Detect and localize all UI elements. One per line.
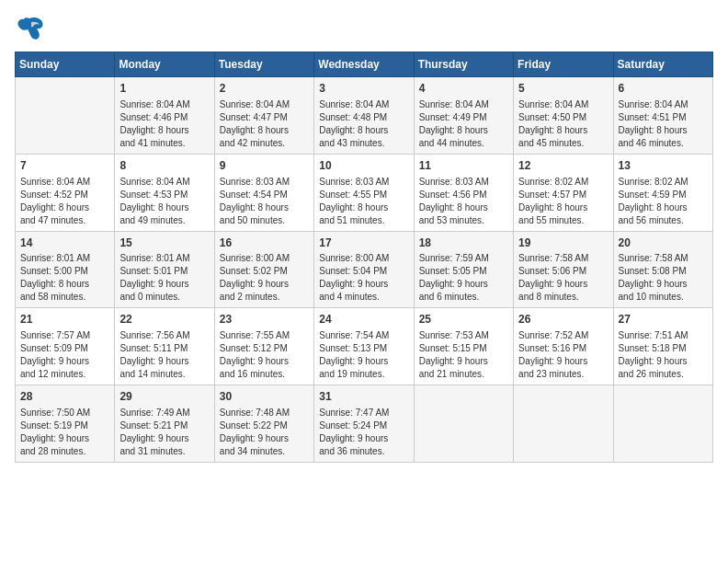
day-number: 6 bbox=[619, 81, 708, 97]
day-number: 18 bbox=[419, 236, 508, 251]
day-info: Sunrise: 7:54 AMSunset: 5:13 PMDaylight:… bbox=[319, 329, 408, 381]
calendar-week-row: 28Sunrise: 7:50 AMSunset: 5:19 PMDayligh… bbox=[16, 385, 713, 463]
calendar-cell bbox=[16, 77, 115, 155]
day-number: 25 bbox=[419, 312, 508, 327]
calendar-header: SundayMondayTuesdayWednesdayThursdayFrid… bbox=[16, 52, 713, 77]
day-info: Sunrise: 8:01 AMSunset: 5:01 PMDaylight:… bbox=[119, 252, 209, 304]
day-number: 9 bbox=[220, 158, 309, 174]
calendar-cell: 14Sunrise: 8:01 AMSunset: 5:00 PMDayligh… bbox=[16, 231, 115, 308]
day-info: Sunrise: 8:01 AMSunset: 5:00 PMDaylight:… bbox=[20, 252, 109, 304]
day-number: 22 bbox=[119, 312, 209, 327]
calendar-cell: 22Sunrise: 7:56 AMSunset: 5:11 PMDayligh… bbox=[115, 308, 214, 385]
day-info: Sunrise: 7:59 AMSunset: 5:05 PMDaylight:… bbox=[419, 252, 508, 304]
calendar-cell: 30Sunrise: 7:48 AMSunset: 5:22 PMDayligh… bbox=[214, 385, 313, 463]
calendar-cell: 24Sunrise: 7:54 AMSunset: 5:13 PMDayligh… bbox=[314, 308, 414, 385]
calendar-cell: 23Sunrise: 7:55 AMSunset: 5:12 PMDayligh… bbox=[214, 308, 313, 385]
day-number: 4 bbox=[419, 81, 508, 97]
day-number: 21 bbox=[20, 312, 109, 327]
weekday-header-friday: Friday bbox=[514, 52, 613, 77]
calendar-cell: 3Sunrise: 8:04 AMSunset: 4:48 PMDaylight… bbox=[314, 77, 414, 155]
calendar-cell: 13Sunrise: 8:02 AMSunset: 4:59 PMDayligh… bbox=[613, 154, 712, 231]
day-info: Sunrise: 8:04 AMSunset: 4:48 PMDaylight:… bbox=[319, 98, 408, 150]
day-info: Sunrise: 8:02 AMSunset: 4:59 PMDaylight:… bbox=[619, 176, 708, 227]
day-number: 13 bbox=[619, 158, 708, 174]
day-info: Sunrise: 8:00 AMSunset: 5:04 PMDaylight:… bbox=[319, 252, 408, 304]
day-info: Sunrise: 8:03 AMSunset: 4:56 PMDaylight:… bbox=[419, 176, 508, 227]
day-info: Sunrise: 7:56 AMSunset: 5:11 PMDaylight:… bbox=[119, 329, 209, 381]
weekday-header-monday: Monday bbox=[115, 52, 214, 77]
page-header bbox=[15, 15, 713, 40]
weekday-header-wednesday: Wednesday bbox=[314, 52, 414, 77]
day-info: Sunrise: 7:50 AMSunset: 5:19 PMDaylight:… bbox=[20, 407, 109, 458]
day-number: 14 bbox=[20, 236, 109, 251]
day-number: 12 bbox=[518, 158, 608, 174]
calendar-table: SundayMondayTuesdayWednesdayThursdayFrid… bbox=[15, 52, 713, 463]
day-info: Sunrise: 8:04 AMSunset: 4:52 PMDaylight:… bbox=[20, 176, 109, 227]
weekday-header-row: SundayMondayTuesdayWednesdayThursdayFrid… bbox=[16, 52, 713, 77]
day-number: 20 bbox=[619, 236, 708, 251]
day-number: 2 bbox=[220, 81, 309, 97]
day-info: Sunrise: 8:02 AMSunset: 4:57 PMDaylight:… bbox=[518, 176, 608, 227]
weekday-header-tuesday: Tuesday bbox=[214, 52, 313, 77]
day-number: 27 bbox=[619, 312, 708, 327]
weekday-header-saturday: Saturday bbox=[613, 52, 712, 77]
day-info: Sunrise: 7:58 AMSunset: 5:06 PMDaylight:… bbox=[518, 252, 608, 304]
day-info: Sunrise: 8:04 AMSunset: 4:50 PMDaylight:… bbox=[518, 98, 608, 150]
calendar-cell bbox=[414, 385, 513, 463]
calendar-cell: 7Sunrise: 8:04 AMSunset: 4:52 PMDaylight… bbox=[16, 154, 115, 231]
calendar-cell: 2Sunrise: 8:04 AMSunset: 4:47 PMDaylight… bbox=[214, 77, 313, 155]
day-number: 7 bbox=[20, 158, 109, 174]
day-info: Sunrise: 7:51 AMSunset: 5:18 PMDaylight:… bbox=[619, 329, 708, 381]
day-number: 5 bbox=[518, 81, 608, 97]
day-number: 24 bbox=[319, 312, 408, 327]
day-info: Sunrise: 8:04 AMSunset: 4:53 PMDaylight:… bbox=[119, 176, 209, 227]
calendar-week-row: 7Sunrise: 8:04 AMSunset: 4:52 PMDaylight… bbox=[16, 154, 713, 231]
calendar-cell: 10Sunrise: 8:03 AMSunset: 4:55 PMDayligh… bbox=[314, 154, 414, 231]
day-info: Sunrise: 7:48 AMSunset: 5:22 PMDaylight:… bbox=[220, 407, 309, 458]
weekday-header-thursday: Thursday bbox=[414, 52, 513, 77]
calendar-cell: 18Sunrise: 7:59 AMSunset: 5:05 PMDayligh… bbox=[414, 231, 513, 308]
calendar-cell bbox=[613, 385, 712, 463]
day-number: 15 bbox=[119, 236, 209, 251]
calendar-cell: 26Sunrise: 7:52 AMSunset: 5:16 PMDayligh… bbox=[514, 308, 613, 385]
day-info: Sunrise: 8:04 AMSunset: 4:47 PMDaylight:… bbox=[220, 98, 309, 150]
calendar-body: 1Sunrise: 8:04 AMSunset: 4:46 PMDaylight… bbox=[16, 77, 713, 463]
weekday-header-sunday: Sunday bbox=[16, 52, 115, 77]
calendar-week-row: 1Sunrise: 8:04 AMSunset: 4:46 PMDaylight… bbox=[16, 77, 713, 155]
day-info: Sunrise: 8:03 AMSunset: 4:54 PMDaylight:… bbox=[220, 176, 309, 227]
calendar-cell: 8Sunrise: 8:04 AMSunset: 4:53 PMDaylight… bbox=[115, 154, 214, 231]
calendar-cell: 31Sunrise: 7:47 AMSunset: 5:24 PMDayligh… bbox=[314, 385, 414, 463]
logo-icon bbox=[15, 15, 44, 40]
day-info: Sunrise: 7:57 AMSunset: 5:09 PMDaylight:… bbox=[20, 329, 109, 381]
day-number: 23 bbox=[220, 312, 309, 327]
day-number: 26 bbox=[518, 312, 608, 327]
day-info: Sunrise: 7:49 AMSunset: 5:21 PMDaylight:… bbox=[119, 407, 209, 458]
day-info: Sunrise: 7:47 AMSunset: 5:24 PMDaylight:… bbox=[319, 407, 408, 458]
day-number: 10 bbox=[319, 158, 408, 174]
day-info: Sunrise: 8:03 AMSunset: 4:55 PMDaylight:… bbox=[319, 176, 408, 227]
day-number: 29 bbox=[119, 389, 209, 405]
calendar-cell: 15Sunrise: 8:01 AMSunset: 5:01 PMDayligh… bbox=[115, 231, 214, 308]
calendar-cell: 1Sunrise: 8:04 AMSunset: 4:46 PMDaylight… bbox=[115, 77, 214, 155]
day-info: Sunrise: 7:53 AMSunset: 5:15 PMDaylight:… bbox=[419, 329, 508, 381]
day-number: 3 bbox=[319, 81, 408, 97]
calendar-cell: 20Sunrise: 7:58 AMSunset: 5:08 PMDayligh… bbox=[613, 231, 712, 308]
day-number: 30 bbox=[220, 389, 309, 405]
calendar-cell: 19Sunrise: 7:58 AMSunset: 5:06 PMDayligh… bbox=[514, 231, 613, 308]
calendar-cell: 17Sunrise: 8:00 AMSunset: 5:04 PMDayligh… bbox=[314, 231, 414, 308]
calendar-cell: 29Sunrise: 7:49 AMSunset: 5:21 PMDayligh… bbox=[115, 385, 214, 463]
logo bbox=[15, 15, 48, 40]
day-number: 16 bbox=[220, 236, 309, 251]
day-info: Sunrise: 8:04 AMSunset: 4:51 PMDaylight:… bbox=[619, 98, 708, 150]
calendar-cell: 6Sunrise: 8:04 AMSunset: 4:51 PMDaylight… bbox=[613, 77, 712, 155]
calendar-cell: 11Sunrise: 8:03 AMSunset: 4:56 PMDayligh… bbox=[414, 154, 513, 231]
day-info: Sunrise: 7:58 AMSunset: 5:08 PMDaylight:… bbox=[619, 252, 708, 304]
day-number: 8 bbox=[119, 158, 209, 174]
day-info: Sunrise: 8:00 AMSunset: 5:02 PMDaylight:… bbox=[220, 252, 309, 304]
calendar-cell: 9Sunrise: 8:03 AMSunset: 4:54 PMDaylight… bbox=[214, 154, 313, 231]
calendar-cell: 28Sunrise: 7:50 AMSunset: 5:19 PMDayligh… bbox=[16, 385, 115, 463]
day-number: 11 bbox=[419, 158, 508, 174]
day-info: Sunrise: 7:55 AMSunset: 5:12 PMDaylight:… bbox=[220, 329, 309, 381]
calendar-cell: 5Sunrise: 8:04 AMSunset: 4:50 PMDaylight… bbox=[514, 77, 613, 155]
calendar-cell: 21Sunrise: 7:57 AMSunset: 5:09 PMDayligh… bbox=[16, 308, 115, 385]
